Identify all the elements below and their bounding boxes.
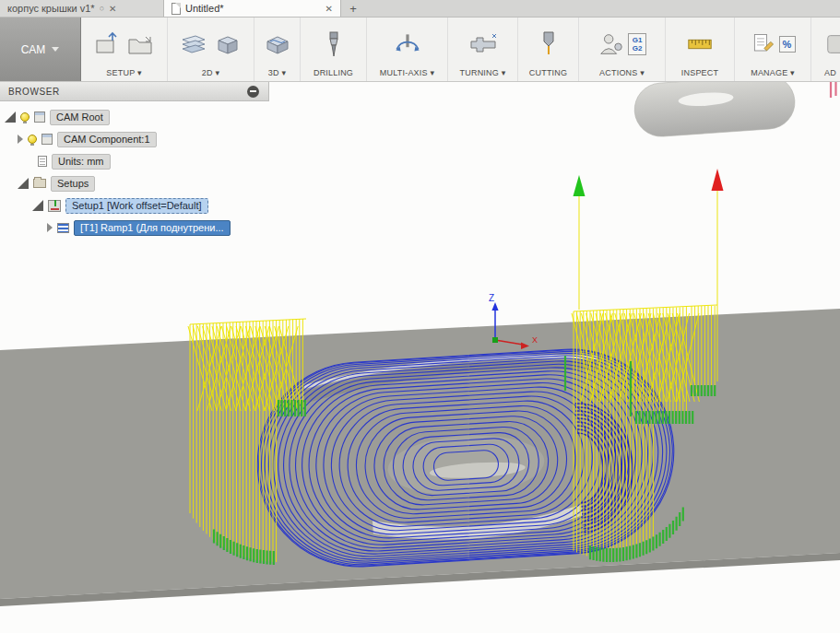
tree-item-ramp1-toolpath[interactable]: [T1] Ramp1 (Для поднутрени... (0, 217, 269, 239)
setup-folder-icon (125, 29, 155, 59)
ribbon-group-3d[interactable]: 3D ▾ (254, 18, 301, 81)
ribbon-group-drilling[interactable]: DRILLING (301, 18, 367, 81)
ribbon-group-multi-axis-label[interactable]: MULTI-AXIS ▾ (380, 68, 434, 77)
add-ins-icon (824, 29, 840, 59)
component-icon (41, 134, 53, 145)
tab-document-2[interactable]: Untitled* ✕ (164, 0, 341, 17)
g2-label: G2 (633, 45, 643, 53)
ribbon-group-add-ins[interactable]: AD (811, 18, 840, 81)
2d-pocket-icon (178, 29, 209, 59)
g1-label: G1 (633, 37, 643, 44)
tree-item-label[interactable]: Setup1 [Work offset=Default] (65, 198, 208, 214)
browser-panel: BROWSER CAM Root CAM Component:1 Units: … (0, 82, 269, 239)
tab-close-icon[interactable]: ✕ (109, 4, 116, 14)
2d-milling-icon (212, 29, 243, 59)
cam-root-icon (34, 111, 45, 123)
z-axis-label: Z (489, 293, 494, 303)
simulate-person-icon (597, 29, 625, 59)
ribbon-group-cutting[interactable]: CUTTING (518, 18, 579, 81)
tab-document-2-label: Untitled* (185, 3, 224, 14)
browser-tree: CAM Root CAM Component:1 Units: mm Setup… (0, 101, 269, 239)
ribbon-group-inspect-label[interactable]: INSPECT (681, 68, 718, 77)
turning-icon (467, 29, 499, 59)
tree-item-label[interactable]: Units: mm (52, 154, 111, 170)
ribbon-group-manage[interactable]: % MANAGE ▾ (735, 18, 811, 81)
x-axis-label: X (532, 335, 538, 345)
ribbon-group-2d-label[interactable]: 2D ▾ (202, 68, 219, 77)
browser-collapse-icon[interactable] (247, 86, 259, 98)
tab-document-1-label: корпус крышки v1* (7, 3, 95, 14)
toolpath-icon (57, 223, 69, 233)
tree-item-setup1[interactable]: Setup1 [Work offset=Default] (0, 194, 269, 217)
ribbon-group-setup[interactable]: SETUP ▾ (81, 18, 168, 81)
tree-item-setups[interactable]: Setups (0, 172, 269, 194)
tool-library-icon (751, 29, 776, 59)
tab-close-icon[interactable]: ✕ (325, 4, 333, 14)
ribbon-group-3d-label[interactable]: 3D ▾ (268, 68, 286, 77)
tree-item-units[interactable]: Units: mm (0, 150, 269, 172)
workspace-label: CAM (21, 43, 46, 56)
multi-axis-icon (392, 29, 423, 60)
document-icon (172, 3, 181, 15)
document-tab-bar: корпус крышки v1* ○ ✕ Untitled* ✕ + (0, 0, 840, 18)
units-document-icon (38, 156, 47, 167)
setups-folder-icon (33, 179, 46, 188)
expanded-arrow-icon[interactable] (18, 178, 29, 189)
ribbon-group-cutting-label[interactable]: CUTTING (529, 68, 567, 77)
visibility-bulb-icon[interactable] (28, 135, 37, 144)
ribbon-toolbar: CAM SETUP ▾ (0, 18, 840, 82)
cutting-torch-icon (534, 29, 563, 60)
tree-item-cam-component[interactable]: CAM Component:1 (0, 128, 269, 150)
browser-title: BROWSER (8, 87, 60, 97)
tree-item-label[interactable]: Setups (51, 176, 95, 192)
post-process-g-code-icon: G1 G2 (628, 33, 646, 55)
ribbon-group-multi-axis[interactable]: MULTI-AXIS ▾ (367, 18, 448, 81)
tab-unsaved-dot-icon: ○ (100, 4, 104, 13)
tree-item-label[interactable]: CAM Component:1 (57, 132, 157, 147)
ribbon-group-actions-label[interactable]: ACTIONS ▾ (599, 68, 645, 77)
collapsed-arrow-icon[interactable] (18, 135, 23, 144)
ribbon-group-2d[interactable]: 2D ▾ (168, 18, 254, 81)
tab-document-1[interactable]: корпус крышки v1* ○ ✕ (0, 0, 164, 17)
ribbon-group-inspect[interactable]: INSPECT (666, 18, 735, 81)
expanded-arrow-icon[interactable] (5, 111, 16, 123)
app-window: Z X корпус крышки v1* ○ ✕ Untitled* ✕ + … (0, 0, 840, 633)
3d-surface-icon (262, 29, 293, 59)
tree-item-label[interactable]: [T1] Ramp1 (Для поднутрени... (74, 220, 231, 236)
collapsed-arrow-icon[interactable] (47, 223, 53, 232)
chevron-down-icon (52, 47, 59, 52)
feeds-speeds-icon: % (779, 36, 796, 53)
setup-icon (48, 200, 61, 212)
ribbon-group-turning-label[interactable]: TURNING ▾ (460, 68, 506, 77)
visibility-bulb-icon[interactable] (20, 112, 30, 122)
tree-item-cam-root[interactable]: CAM Root (0, 106, 269, 128)
origin-marker-icon (492, 337, 498, 343)
new-tab-button[interactable]: + (341, 0, 365, 17)
tree-item-label[interactable]: CAM Root (50, 110, 110, 125)
workspace-switcher-cam[interactable]: CAM (0, 18, 81, 81)
new-setup-icon (93, 29, 123, 59)
ribbon-group-actions[interactable]: G1 G2 ACTIONS ▾ (579, 18, 666, 81)
expanded-arrow-icon[interactable] (32, 200, 43, 211)
ribbon-group-add-ins-label[interactable]: AD (824, 68, 836, 77)
ruler-icon (684, 30, 716, 58)
ribbon-group-manage-label[interactable]: MANAGE ▾ (751, 68, 795, 77)
percent-label: % (783, 40, 792, 50)
ribbon-group-turning[interactable]: TURNING ▾ (448, 18, 518, 81)
browser-header[interactable]: BROWSER (0, 82, 269, 101)
ribbon-group-drilling-label[interactable]: DRILLING (314, 68, 353, 77)
ribbon-group-setup-label[interactable]: SETUP ▾ (106, 68, 141, 77)
drill-icon (319, 29, 349, 60)
